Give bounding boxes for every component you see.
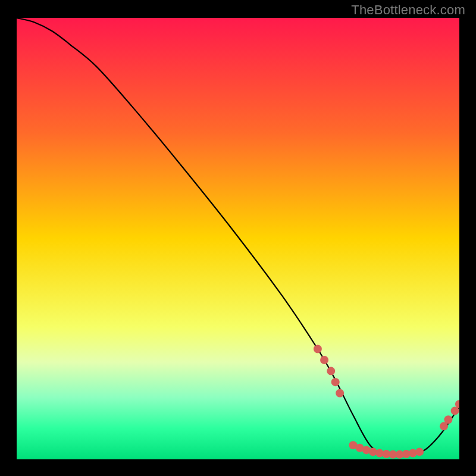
data-marker [336, 389, 344, 397]
data-marker [444, 415, 452, 424]
chart-svg [17, 18, 459, 459]
data-marker [327, 367, 335, 375]
data-marker [314, 345, 322, 353]
gradient-background [17, 18, 459, 459]
plot-area [17, 18, 459, 459]
data-marker [331, 378, 340, 386]
watermark-text: TheBottleneck.com [351, 2, 465, 18]
data-marker [320, 356, 328, 364]
data-marker [415, 447, 424, 456]
chart-frame: TheBottleneck.com [0, 0, 476, 476]
